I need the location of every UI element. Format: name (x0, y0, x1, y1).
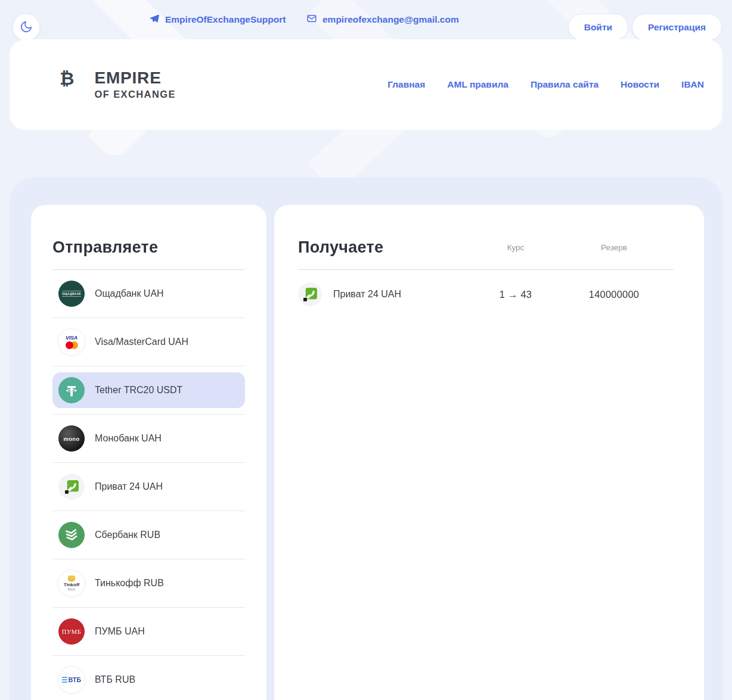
login-button[interactable]: Войти (568, 14, 628, 41)
pumb-icon: ПУМБ (58, 618, 85, 645)
logo-title: EMPIRE (94, 69, 175, 88)
vtb-icon: ВТБ (58, 667, 85, 693)
send-method-item[interactable]: Tinkoff Bank Тинькофф RUB (52, 559, 245, 608)
send-method-label: Ощадбанк UAH (95, 288, 164, 299)
site-logo[interactable]: ₿ EMPIRE OF EXCHANGE (60, 69, 176, 100)
oschadbank-icon: ОЩАДБАНК (58, 281, 85, 307)
logo-subtitle: OF EXCHANGE (94, 89, 175, 101)
send-method-label: Сбербанк RUB (95, 530, 160, 540)
receive-panel-title: Получаете (298, 238, 477, 257)
nav-link[interactable]: Правила сайта (531, 79, 598, 90)
privat24-icon (58, 474, 85, 500)
visa-mastercard-icon: VISA (58, 329, 85, 355)
tinkoff-crest-icon (68, 575, 75, 581)
nav-link[interactable]: AML правила (447, 79, 508, 90)
rate-column-header: Курс (477, 243, 554, 252)
dark-mode-toggle[interactable] (13, 14, 39, 41)
send-method-item[interactable]: ОЩАДБАНК Ощадбанк UAH (52, 270, 245, 318)
exchange-section: Отправляете ОЩАДБАНК Ощадбанк UAH VISA V… (10, 178, 722, 700)
send-method-label: Тинькофф RUB (95, 578, 164, 589)
send-method-list: ОЩАДБАНК Ощадбанк UAH VISA Visa/MasterCa… (52, 270, 245, 700)
send-method-item[interactable]: mono Монобанк UAH (52, 415, 245, 463)
monobank-icon: mono (58, 425, 85, 452)
email-label: empireofexchange@gmail.com (322, 14, 459, 25)
nav-link[interactable]: Новости (621, 79, 659, 90)
send-method-label: Приват 24 UAH (95, 481, 163, 492)
nav-link[interactable]: Главная (387, 79, 425, 90)
send-method-item[interactable]: Tether TRC20 USDT (52, 366, 245, 415)
reserve-value: 140000000 (554, 289, 674, 300)
main-nav: ГлавнаяAML правилаПравила сайтаНовостиIB… (387, 79, 704, 90)
site-header: ₿ EMPIRE OF EXCHANGE ГлавнаяAML правилаП… (10, 39, 722, 130)
send-method-label: Visa/MasterCard UAH (95, 337, 188, 347)
receive-method-row[interactable]: Приват 24 UAH 1 → 43 140000000 (298, 270, 674, 319)
send-method-label: ПУМБ UAH (95, 626, 145, 637)
reserve-column-header: Резерв (554, 243, 674, 252)
send-method-label: ВТБ RUB (95, 674, 135, 685)
email-link[interactable]: empireofexchange@gmail.com (306, 13, 459, 26)
receive-method-list: Приват 24 UAH 1 → 43 140000000 (298, 270, 674, 319)
nav-link[interactable]: IBAN (681, 79, 704, 90)
moon-icon (20, 20, 33, 35)
receive-method-label: Приват 24 UAH (333, 289, 401, 300)
receive-panel: Получаете Курс Резерв Приват 24 UAH 1 → … (274, 205, 704, 700)
send-method-label: Tether TRC20 USDT (95, 385, 182, 396)
telegram-support-link[interactable]: EmpireOfExchangeSupport (149, 13, 286, 26)
send-method-item[interactable]: VISA Visa/MasterCard UAH (52, 318, 245, 366)
telegram-icon (149, 13, 160, 26)
send-method-item[interactable]: ПУМБ ПУМБ UAH (52, 608, 245, 656)
bitcoin-icon: ₿ (60, 70, 74, 100)
register-button[interactable]: Регистрация (632, 14, 722, 41)
send-panel-title: Отправляете (52, 238, 245, 257)
send-panel: Отправляете ОЩАДБАНК Ощадбанк UAH VISA V… (31, 205, 266, 700)
telegram-support-label: EmpireOfExchangeSupport (165, 14, 286, 25)
tinkoff-icon: Tinkoff Bank (58, 570, 85, 596)
send-method-item[interactable]: Сбербанк RUB (52, 511, 245, 559)
rate-value: 1 → 43 (477, 289, 554, 300)
send-method-item[interactable]: Приват 24 UAH (52, 463, 245, 511)
top-bar: EmpireOfExchangeSupport empireofexchange… (0, 0, 732, 39)
send-method-label: Монобанк UAH (95, 433, 162, 444)
sberbank-icon (58, 522, 85, 548)
envelope-icon (306, 13, 317, 26)
privat24-icon (298, 282, 322, 306)
tether-icon (58, 377, 85, 403)
send-method-item[interactable]: ВТБ ВТБ RUB (52, 656, 245, 700)
